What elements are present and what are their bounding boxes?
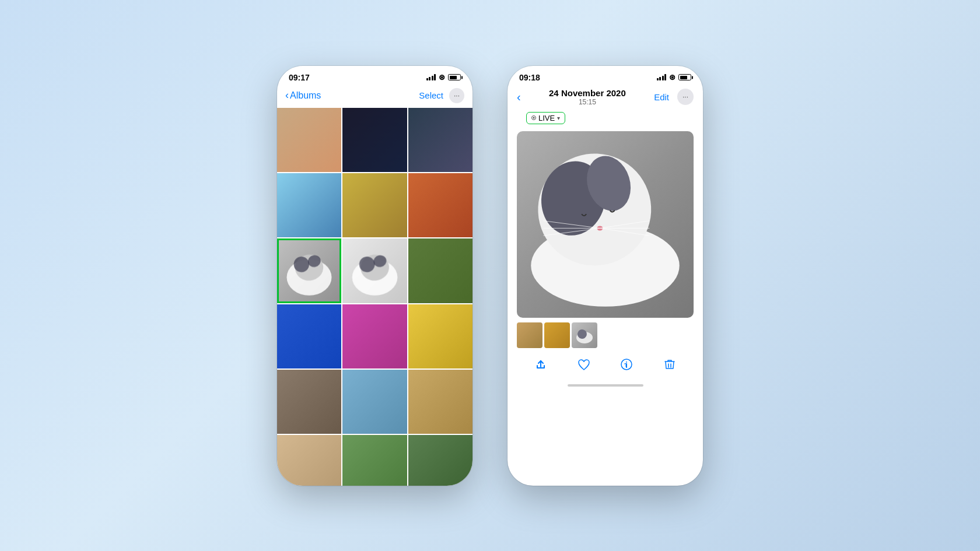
back-button-right[interactable]: ‹ — [517, 90, 521, 104]
filmstrip-thumb[interactable] — [626, 322, 652, 348]
time-right: 09:18 — [519, 73, 540, 82]
photo-cell[interactable] — [342, 304, 407, 368]
nav-actions: Select ··· — [419, 88, 464, 103]
info-button[interactable]: + — [620, 357, 634, 375]
photo-date-block: 24 November 2020 15:15 — [549, 88, 626, 106]
photo-time: 15:15 — [549, 98, 626, 106]
delete-button[interactable] — [663, 357, 677, 375]
live-badge[interactable]: LIVE ▾ — [526, 112, 565, 124]
favorite-button[interactable] — [577, 357, 591, 375]
nav-bar-left: ‹ Albums Select ··· — [277, 86, 473, 108]
wifi-icon-right: ⊛ — [669, 73, 676, 82]
filmstrip-thumb[interactable] — [517, 322, 542, 348]
back-albums[interactable]: ‹ Albums — [285, 89, 321, 101]
photo-cell[interactable] — [277, 370, 341, 434]
photo-cell[interactable] — [408, 304, 473, 368]
photo-cell[interactable] — [342, 435, 407, 485]
photo-grid — [277, 108, 473, 486]
status-icons-right: ⊛ — [657, 73, 692, 82]
time-left: 09:17 — [289, 73, 310, 82]
photo-cell[interactable] — [342, 238, 407, 303]
photo-cell[interactable] — [342, 173, 407, 237]
back-arrow-icon: ‹ — [285, 89, 289, 101]
chevron-down-icon: ▾ — [557, 115, 560, 121]
more-button-right[interactable]: ··· — [677, 89, 694, 105]
photo-date: 24 November 2020 — [549, 88, 626, 98]
photo-cell[interactable] — [277, 108, 341, 172]
filmstrip-thumb[interactable] — [599, 322, 625, 348]
main-photo[interactable] — [517, 131, 694, 318]
photo-cell[interactable] — [277, 304, 341, 368]
filmstrip-thumb[interactable] — [572, 322, 597, 348]
photo-cell[interactable] — [342, 108, 407, 172]
status-bar-left: 09:17 ⊛ — [277, 66, 473, 86]
back-label: Albums — [290, 90, 321, 101]
signal-bars-right — [657, 74, 667, 80]
filmstrip — [508, 318, 703, 353]
status-icons-left: ⊛ — [426, 73, 461, 82]
iphone-right: 09:18 ⊛ ‹ 24 November 2020 15:15 — [508, 66, 703, 486]
status-bar-right: 09:18 ⊛ — [508, 66, 703, 86]
share-button[interactable] — [534, 357, 548, 375]
photo-cell[interactable] — [277, 173, 341, 237]
select-button[interactable]: Select — [419, 90, 443, 100]
bottom-actions: + — [508, 353, 703, 382]
photo-header-actions: Edit ··· — [654, 89, 694, 105]
home-indicator-right — [568, 384, 643, 387]
live-label: LIVE — [538, 114, 555, 122]
filmstrip-thumb[interactable] — [544, 322, 570, 348]
battery-icon-right — [678, 74, 691, 80]
live-badge-container: LIVE ▾ — [508, 111, 703, 131]
photo-cell[interactable] — [342, 370, 407, 434]
photo-cell[interactable] — [408, 238, 473, 303]
photo-cell[interactable] — [408, 108, 473, 172]
svg-text:+: + — [625, 364, 626, 367]
svg-point-11 — [626, 362, 627, 363]
signal-bars — [426, 74, 436, 80]
filmstrip-thumb[interactable] — [681, 322, 703, 348]
photo-header: ‹ 24 November 2020 15:15 Edit ··· — [508, 86, 703, 111]
battery-icon — [448, 74, 461, 80]
photo-cell[interactable] — [408, 435, 473, 485]
edit-button[interactable]: Edit — [654, 92, 669, 102]
live-dot-icon — [531, 115, 536, 120]
more-button[interactable]: ··· — [449, 88, 464, 103]
wifi-icon: ⊛ — [439, 73, 445, 82]
filmstrip-thumb[interactable] — [654, 322, 680, 348]
photo-cell[interactable] — [408, 173, 473, 237]
iphone-left: 09:17 ⊛ ‹ Albums Select — [277, 66, 473, 486]
photo-cell[interactable] — [408, 370, 473, 434]
photo-cell[interactable] — [277, 435, 341, 485]
photo-cell-selected[interactable] — [277, 238, 341, 303]
